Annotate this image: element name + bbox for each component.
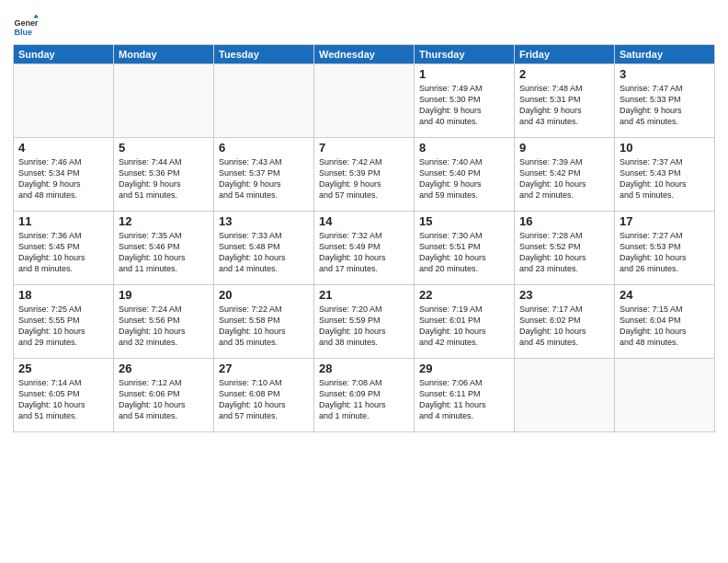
calendar-cell: 19Sunrise: 7:24 AM Sunset: 5:56 PM Dayli… — [114, 285, 214, 359]
day-info: Sunrise: 7:24 AM Sunset: 5:56 PM Dayligh… — [119, 304, 209, 349]
calendar-cell: 1Sunrise: 7:49 AM Sunset: 5:30 PM Daylig… — [415, 64, 515, 138]
day-number: 1 — [419, 67, 509, 81]
calendar-table: SundayMondayTuesdayWednesdayThursdayFrid… — [13, 44, 715, 432]
day-info: Sunrise: 7:49 AM Sunset: 5:30 PM Dayligh… — [419, 83, 509, 128]
calendar-cell: 2Sunrise: 7:48 AM Sunset: 5:31 PM Daylig… — [515, 64, 615, 138]
weekday-header: Thursday — [415, 45, 515, 64]
calendar-cell: 20Sunrise: 7:22 AM Sunset: 5:58 PM Dayli… — [214, 285, 314, 359]
calendar-cell: 18Sunrise: 7:25 AM Sunset: 5:55 PM Dayli… — [14, 285, 114, 359]
day-number: 7 — [319, 141, 409, 155]
day-info: Sunrise: 7:27 AM Sunset: 5:53 PM Dayligh… — [620, 230, 710, 275]
calendar-cell: 24Sunrise: 7:15 AM Sunset: 6:04 PM Dayli… — [615, 285, 715, 359]
logo-icon: General Blue — [13, 13, 39, 39]
day-number: 10 — [620, 141, 710, 155]
day-number: 8 — [419, 141, 509, 155]
day-number: 3 — [620, 67, 710, 81]
day-info: Sunrise: 7:47 AM Sunset: 5:33 PM Dayligh… — [620, 83, 710, 128]
day-number: 9 — [519, 141, 609, 155]
weekday-header: Saturday — [615, 45, 715, 64]
day-number: 6 — [219, 141, 309, 155]
calendar-cell: 23Sunrise: 7:17 AM Sunset: 6:02 PM Dayli… — [515, 285, 615, 359]
calendar-cell: 7Sunrise: 7:42 AM Sunset: 5:39 PM Daylig… — [314, 138, 415, 212]
day-info: Sunrise: 7:48 AM Sunset: 5:31 PM Dayligh… — [519, 83, 609, 128]
day-number: 5 — [119, 141, 209, 155]
day-info: Sunrise: 7:19 AM Sunset: 6:01 PM Dayligh… — [419, 304, 509, 349]
calendar-week-row: 25Sunrise: 7:14 AM Sunset: 6:05 PM Dayli… — [14, 359, 715, 432]
calendar-cell — [515, 359, 615, 432]
day-info: Sunrise: 7:42 AM Sunset: 5:39 PM Dayligh… — [319, 156, 409, 201]
day-info: Sunrise: 7:15 AM Sunset: 6:04 PM Dayligh… — [620, 304, 710, 349]
calendar-cell: 28Sunrise: 7:08 AM Sunset: 6:09 PM Dayli… — [314, 359, 415, 432]
svg-text:Blue: Blue — [14, 28, 32, 37]
day-number: 23 — [519, 288, 609, 302]
calendar-week-row: 18Sunrise: 7:25 AM Sunset: 5:55 PM Dayli… — [14, 285, 715, 359]
day-info: Sunrise: 7:17 AM Sunset: 6:02 PM Dayligh… — [519, 304, 609, 349]
day-info: Sunrise: 7:44 AM Sunset: 5:36 PM Dayligh… — [119, 156, 209, 201]
calendar-cell: 4Sunrise: 7:46 AM Sunset: 5:34 PM Daylig… — [14, 138, 114, 212]
calendar-cell: 26Sunrise: 7:12 AM Sunset: 6:06 PM Dayli… — [114, 359, 214, 432]
calendar-header-row: SundayMondayTuesdayWednesdayThursdayFrid… — [14, 45, 715, 64]
day-number: 24 — [620, 288, 710, 302]
day-number: 19 — [119, 288, 209, 302]
page: General Blue SundayMondayTuesdayWednesda… — [0, 0, 728, 563]
day-info: Sunrise: 7:12 AM Sunset: 6:06 PM Dayligh… — [119, 377, 209, 422]
calendar-cell: 9Sunrise: 7:39 AM Sunset: 5:42 PM Daylig… — [515, 138, 615, 212]
calendar-cell: 11Sunrise: 7:36 AM Sunset: 5:45 PM Dayli… — [14, 212, 114, 285]
day-info: Sunrise: 7:10 AM Sunset: 6:08 PM Dayligh… — [219, 377, 309, 422]
day-number: 11 — [18, 214, 108, 228]
svg-text:General: General — [14, 18, 39, 28]
day-info: Sunrise: 7:40 AM Sunset: 5:40 PM Dayligh… — [419, 156, 509, 201]
calendar-week-row: 11Sunrise: 7:36 AM Sunset: 5:45 PM Dayli… — [14, 212, 715, 285]
calendar-cell: 17Sunrise: 7:27 AM Sunset: 5:53 PM Dayli… — [615, 212, 715, 285]
day-number: 13 — [219, 214, 309, 228]
day-number: 2 — [519, 67, 609, 81]
weekday-header: Tuesday — [214, 45, 314, 64]
day-number: 16 — [519, 214, 609, 228]
calendar-cell: 29Sunrise: 7:06 AM Sunset: 6:11 PM Dayli… — [415, 359, 515, 432]
calendar-cell — [214, 64, 314, 138]
calendar-cell: 15Sunrise: 7:30 AM Sunset: 5:51 PM Dayli… — [415, 212, 515, 285]
calendar-cell — [114, 64, 214, 138]
day-info: Sunrise: 7:25 AM Sunset: 5:55 PM Dayligh… — [18, 304, 108, 349]
calendar-week-row: 1Sunrise: 7:49 AM Sunset: 5:30 PM Daylig… — [14, 64, 715, 138]
calendar-cell: 3Sunrise: 7:47 AM Sunset: 5:33 PM Daylig… — [615, 64, 715, 138]
calendar-cell: 6Sunrise: 7:43 AM Sunset: 5:37 PM Daylig… — [214, 138, 314, 212]
day-info: Sunrise: 7:08 AM Sunset: 6:09 PM Dayligh… — [319, 377, 409, 422]
day-number: 28 — [319, 362, 409, 375]
day-number: 15 — [419, 214, 509, 228]
header: General Blue — [13, 9, 715, 39]
calendar-cell: 14Sunrise: 7:32 AM Sunset: 5:49 PM Dayli… — [314, 212, 415, 285]
day-number: 25 — [18, 362, 108, 375]
day-info: Sunrise: 7:37 AM Sunset: 5:43 PM Dayligh… — [620, 156, 710, 201]
calendar-cell: 5Sunrise: 7:44 AM Sunset: 5:36 PM Daylig… — [114, 138, 214, 212]
day-info: Sunrise: 7:20 AM Sunset: 5:59 PM Dayligh… — [319, 304, 409, 349]
weekday-header: Monday — [114, 45, 214, 64]
day-info: Sunrise: 7:14 AM Sunset: 6:05 PM Dayligh… — [18, 377, 108, 422]
calendar-cell: 10Sunrise: 7:37 AM Sunset: 5:43 PM Dayli… — [615, 138, 715, 212]
calendar-cell: 16Sunrise: 7:28 AM Sunset: 5:52 PM Dayli… — [515, 212, 615, 285]
calendar-cell: 13Sunrise: 7:33 AM Sunset: 5:48 PM Dayli… — [214, 212, 314, 285]
weekday-header: Sunday — [14, 45, 114, 64]
calendar-cell: 22Sunrise: 7:19 AM Sunset: 6:01 PM Dayli… — [415, 285, 515, 359]
day-info: Sunrise: 7:33 AM Sunset: 5:48 PM Dayligh… — [219, 230, 309, 275]
day-number: 12 — [119, 214, 209, 228]
calendar-cell — [615, 359, 715, 432]
calendar-cell: 21Sunrise: 7:20 AM Sunset: 5:59 PM Dayli… — [314, 285, 415, 359]
calendar-cell — [314, 64, 415, 138]
calendar-cell: 25Sunrise: 7:14 AM Sunset: 6:05 PM Dayli… — [14, 359, 114, 432]
day-number: 17 — [620, 214, 710, 228]
day-number: 18 — [18, 288, 108, 302]
day-info: Sunrise: 7:22 AM Sunset: 5:58 PM Dayligh… — [219, 304, 309, 349]
day-info: Sunrise: 7:39 AM Sunset: 5:42 PM Dayligh… — [519, 156, 609, 201]
calendar-week-row: 4Sunrise: 7:46 AM Sunset: 5:34 PM Daylig… — [14, 138, 715, 212]
day-info: Sunrise: 7:46 AM Sunset: 5:34 PM Dayligh… — [18, 156, 108, 201]
calendar-cell: 27Sunrise: 7:10 AM Sunset: 6:08 PM Dayli… — [214, 359, 314, 432]
day-number: 4 — [18, 141, 108, 155]
logo: General Blue — [13, 13, 42, 39]
day-number: 26 — [119, 362, 209, 375]
day-info: Sunrise: 7:35 AM Sunset: 5:46 PM Dayligh… — [119, 230, 209, 275]
calendar-cell: 8Sunrise: 7:40 AM Sunset: 5:40 PM Daylig… — [415, 138, 515, 212]
day-info: Sunrise: 7:30 AM Sunset: 5:51 PM Dayligh… — [419, 230, 509, 275]
weekday-header: Wednesday — [314, 45, 415, 64]
calendar-cell — [14, 64, 114, 138]
